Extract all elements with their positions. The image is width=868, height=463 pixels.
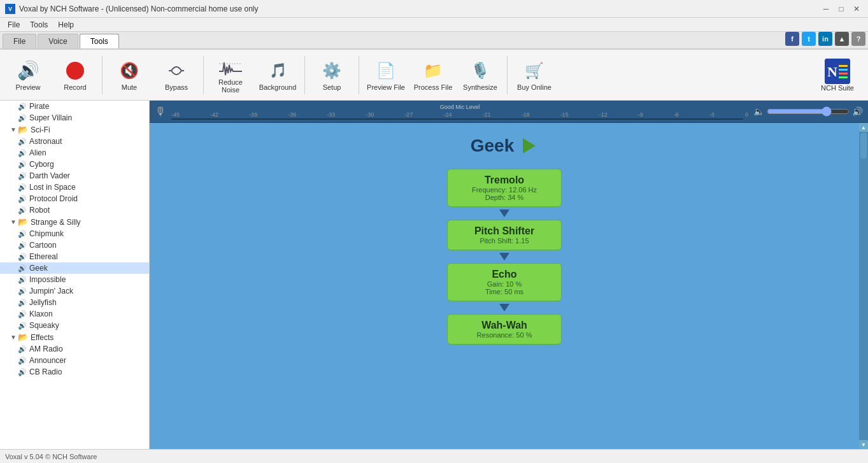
mute-button[interactable]: 🔇 Mute (106, 53, 152, 97)
record-button[interactable]: Record (52, 53, 98, 97)
sidebar-label-astronaut: Astronaut (29, 137, 62, 146)
voice-icon-pirate: 🔊 (18, 103, 27, 111)
sidebar-folder-sci-fi[interactable]: ▼ 📂 Sci-Fi (0, 124, 149, 136)
arrow-echo-wah (499, 304, 509, 311)
menu-tools[interactable]: Tools (25, 19, 53, 31)
sidebar-item-robot[interactable]: 🔊 Robot (0, 204, 149, 216)
sidebar-label-geek: Geek (29, 264, 48, 273)
sidebar-label-strange-silly: Strange & Silly (31, 218, 81, 227)
sidebar-item-impossible[interactable]: 🔊 Impossible (0, 274, 149, 285)
scroll-thumb[interactable] (860, 133, 867, 159)
sidebar-item-chipmunk[interactable]: 🔊 Chipmunk (0, 228, 149, 239)
facebook-icon[interactable]: f (785, 32, 799, 46)
tab-voice[interactable]: Voice (38, 34, 78, 48)
scroll-up-arrow[interactable]: ▲ (859, 123, 868, 132)
background-button[interactable]: 🎵 Background (255, 53, 301, 97)
sidebar-item-ethereal[interactable]: 🔊 Ethereal (0, 251, 149, 262)
sidebar-item-alien[interactable]: 🔊 Alien (0, 147, 149, 159)
background-label: Background (259, 83, 297, 91)
toolbar-separator-3 (304, 56, 305, 94)
sidebar-item-cyborg[interactable]: 🔊 Cyborg (0, 159, 149, 170)
voice-icon-jellyfish: 🔊 (18, 299, 27, 307)
process-file-button[interactable]: 📁 Process File (410, 53, 456, 97)
tab-file[interactable]: File (3, 34, 36, 48)
synthesize-button[interactable]: 🎙️ Synthesize (457, 53, 503, 97)
sidebar-item-announcer[interactable]: 🔊 Announcer (0, 355, 149, 366)
menu-file[interactable]: File (3, 19, 25, 31)
tab-bar: File Voice Tools f t in ▲ ? (0, 32, 868, 50)
sidebar-item-am-radio[interactable]: 🔊 AM Radio (0, 343, 149, 355)
reduce-noise-label: Reduce Noise (211, 78, 250, 94)
effect-param-echo-1: Gain: 10 % (458, 280, 551, 288)
maximize-button[interactable]: □ (835, 3, 848, 15)
sidebar-item-super-villain[interactable]: 🔊 Super Villain (0, 112, 149, 124)
buy-online-button[interactable]: 🛒 Buy Online (511, 53, 557, 97)
voice-icon-ethereal: 🔊 (18, 253, 27, 261)
sidebar-item-cb-radio[interactable]: 🔊 CB Radio (0, 366, 149, 378)
meter-scale: -45-42-39-36-33-30-27-24-21-18-15-12-9-6… (171, 111, 748, 118)
voice-icon-jumpin-jack: 🔊 (18, 287, 27, 296)
sidebar-item-squeaky[interactable]: 🔊 Squeaky (0, 320, 149, 331)
record-icon (64, 59, 87, 82)
volume-slider[interactable] (767, 106, 850, 117)
sidebar-item-jumpin-jack[interactable]: 🔊 Jumpin' Jack (0, 285, 149, 297)
more-icon[interactable]: ▲ (835, 32, 849, 46)
play-button[interactable] (520, 137, 538, 155)
preview-button[interactable]: 🔊 Preview (5, 53, 51, 97)
sidebar-item-jellyfish[interactable]: 🔊 Jellyfish (0, 297, 149, 308)
sidebar-item-pirate[interactable]: 🔊 Pirate (0, 101, 149, 112)
sidebar-item-geek[interactable]: 🔊 Geek (0, 262, 149, 274)
sidebar-label-super-villain: Super Villain (29, 113, 72, 122)
sidebar-item-astronaut[interactable]: 🔊 Astronaut (0, 136, 149, 147)
sidebar-item-lost-in-space[interactable]: 🔊 Lost in Space (0, 182, 149, 193)
expand-icon-strange-silly: ▼ (10, 218, 17, 225)
linkedin-icon[interactable]: in (818, 32, 832, 46)
arrow-tremolo-pitch (499, 210, 509, 217)
minimize-button[interactable]: ─ (820, 3, 832, 15)
effect-name-pitch-shifter: Pitch Shifter (458, 225, 551, 237)
preview-label: Preview (15, 83, 40, 91)
sidebar-label-effects: Effects (31, 333, 53, 342)
twitter-icon[interactable]: t (802, 32, 816, 46)
effect-box-wah-wah[interactable]: Wah-Wah Resonance: 50 % (447, 314, 562, 345)
close-button[interactable]: ✕ (850, 3, 863, 15)
volume-high-icon: 🔊 (852, 106, 863, 117)
effect-box-echo[interactable]: Echo Gain: 10 % Time: 50 ms (447, 263, 562, 301)
menu-help[interactable]: Help (53, 19, 79, 31)
preview-file-button[interactable]: 📄 Preview File (363, 53, 409, 97)
sidebar-item-protocol-droid[interactable]: 🔊 Protocol Droid (0, 193, 149, 204)
reduce-noise-button[interactable]: Reduce Noise (208, 53, 253, 97)
effect-param-pitch-1: Pitch Shift: 1.15 (458, 237, 551, 245)
help-icon[interactable]: ? (851, 32, 865, 46)
effect-name-echo: Echo (458, 269, 551, 280)
sidebar-folder-effects[interactable]: ▼ 📂 Effects (0, 331, 149, 343)
voice-icon-geek: 🔊 (18, 264, 27, 273)
sidebar-item-cartoon[interactable]: 🔊 Cartoon (0, 239, 149, 251)
mute-label: Mute (122, 83, 137, 91)
tab-tools[interactable]: Tools (80, 34, 119, 48)
voice-icon-cb-radio: 🔊 (18, 368, 27, 376)
effect-param-wah-1: Resonance: 50 % (458, 331, 551, 339)
nch-suite-label: NCH Suite (821, 84, 854, 92)
microphone-icon: 🎙 (155, 105, 166, 118)
sidebar-folder-strange-silly[interactable]: ▼ 📂 Strange & Silly (0, 216, 149, 228)
voice-icon-alien: 🔊 (18, 149, 27, 157)
toolbar-separator-5 (507, 56, 508, 94)
effect-box-pitch-shifter[interactable]: Pitch Shifter Pitch Shift: 1.15 (447, 220, 562, 250)
bypass-button[interactable]: Bypass (153, 53, 199, 97)
voice-name: Geek (471, 136, 515, 156)
preview-file-icon: 📄 (374, 59, 397, 82)
setup-button[interactable]: ⚙️ Setup (309, 53, 355, 97)
scroll-down-arrow[interactable]: ▼ (859, 440, 868, 449)
sidebar-label-sci-fi: Sci-Fi (31, 125, 50, 134)
effect-box-tremolo[interactable]: Tremolo Frequency: 12.06 Hz Depth: 34 % (447, 169, 562, 207)
voice-icon-am-radio: 🔊 (18, 345, 27, 353)
bypass-icon (165, 59, 188, 82)
toolbar-separator-2 (203, 56, 204, 94)
folder-icon-sci-fi: 📂 (18, 125, 28, 134)
sidebar-item-darth-vader[interactable]: 🔊 Darth Vader (0, 170, 149, 182)
nch-suite-button[interactable]: N NCH Suite (812, 53, 863, 97)
sidebar-item-klaxon[interactable]: 🔊 Klaxon (0, 308, 149, 320)
synthesize-label: Synthesize (463, 83, 497, 91)
voice-icon-cartoon: 🔊 (18, 241, 27, 250)
